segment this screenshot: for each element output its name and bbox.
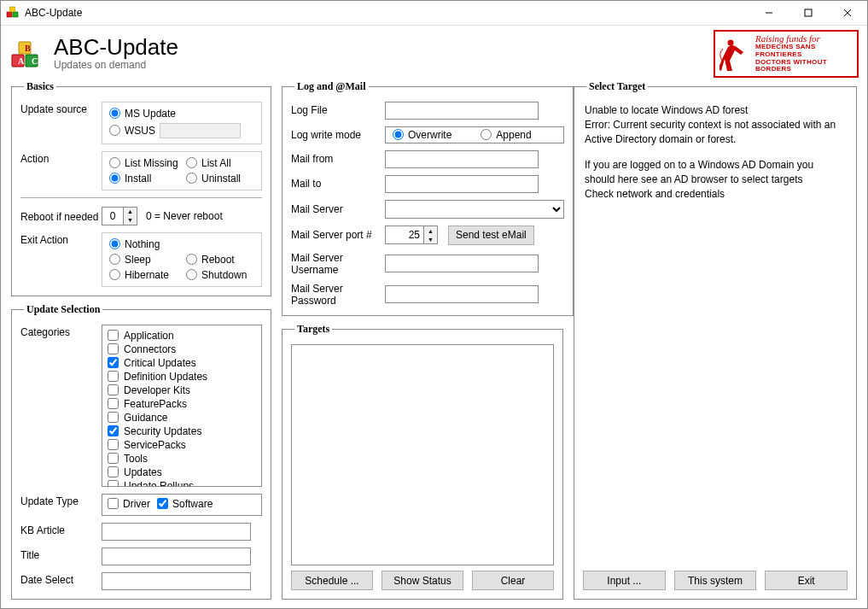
action-label: Action [20, 151, 102, 165]
radio-exit-hibernate[interactable]: Hibernate [109, 269, 179, 281]
logfile-input[interactable] [385, 102, 539, 120]
select-target-fieldset: Select Target Unable to locate Windows A… [574, 80, 857, 600]
date-label: Date Select [20, 572, 102, 586]
window-title: ABC-Update [25, 7, 749, 19]
logfile-label: Log File [291, 104, 385, 116]
this-system-button[interactable]: This system [674, 571, 757, 590]
mail-port-input[interactable] [386, 226, 423, 243]
minimize-button[interactable] [749, 1, 789, 25]
basics-legend: Basics [24, 80, 56, 93]
divider [20, 197, 262, 198]
input-button[interactable]: Input ... [583, 571, 666, 590]
radio-exit-reboot[interactable]: Reboot [186, 254, 256, 266]
category-item[interactable]: Connectors [108, 343, 249, 356]
radio-uninstall[interactable]: Uninstall [186, 173, 252, 184]
targets-fieldset: Targets Schedule ... Show Status Clear [282, 323, 563, 600]
category-item[interactable]: FeaturePacks [108, 397, 249, 411]
header: A B C ABC-Update Updates on demand Raisi… [1, 26, 867, 80]
select-target-p2: If you are logged on to a Windows AD Dom… [585, 158, 846, 202]
reboot-input[interactable] [102, 208, 123, 225]
svg-rect-4 [805, 9, 812, 16]
radio-exit-sleep[interactable]: Sleep [109, 254, 179, 266]
maximize-button[interactable] [789, 1, 828, 25]
clear-button[interactable]: Clear [472, 571, 554, 590]
write-mode-label: Log write mode [291, 129, 385, 141]
spin-down-icon[interactable]: ▼ [424, 235, 437, 243]
exit-button[interactable]: Exit [765, 571, 848, 590]
spin-up-icon[interactable]: ▲ [424, 226, 437, 235]
radio-exit-shutdown[interactable]: Shutdown [186, 269, 256, 281]
mail-from-input[interactable] [385, 150, 539, 168]
mail-server-select[interactable] [385, 200, 564, 219]
update-type-label: Update Type [20, 494, 102, 507]
category-item[interactable]: Tools [108, 452, 249, 466]
radio-list-all[interactable]: List All [186, 157, 252, 169]
title-label: Title [20, 548, 102, 561]
category-item[interactable]: ServicePacks [108, 438, 249, 452]
send-test-button[interactable]: Send test eMail [448, 225, 534, 245]
svg-point-13 [728, 39, 734, 45]
targets-legend: Targets [294, 323, 332, 336]
app-icon [6, 6, 20, 20]
category-item[interactable]: Updates [108, 466, 249, 479]
category-item[interactable]: Update Rollups [108, 479, 249, 487]
mail-pass-input[interactable] [385, 285, 539, 303]
exit-action-label: Exit Action [20, 232, 102, 246]
title-input[interactable] [102, 548, 251, 565]
msf-banner[interactable]: Raising funds for MEDECINS SANS FRONTIER… [714, 30, 859, 78]
category-item[interactable]: Definition Updates [108, 370, 249, 384]
spin-down-icon[interactable]: ▼ [124, 216, 137, 225]
radio-list-missing[interactable]: List Missing [109, 157, 179, 169]
mail-to-label: Mail to [291, 178, 385, 190]
mail-pass-label: Mail Server Password [291, 283, 385, 307]
date-input[interactable] [102, 572, 251, 590]
kb-input[interactable] [102, 523, 251, 541]
svg-rect-2 [10, 7, 15, 12]
targets-list[interactable] [291, 344, 554, 566]
radio-overwrite[interactable]: Overwrite [393, 129, 451, 141]
close-button[interactable] [828, 1, 867, 25]
radio-exit-nothing[interactable]: Nothing [109, 238, 256, 250]
category-item[interactable]: Developer Kits [108, 384, 249, 397]
kb-label: KB Article [20, 523, 102, 536]
category-item[interactable]: Security Updates [108, 425, 249, 438]
reboot-spinner[interactable]: ▲▼ [102, 207, 137, 225]
categories-label: Categories [20, 325, 102, 338]
wsus-server-input[interactable] [160, 123, 241, 138]
mail-port-spinner[interactable]: ▲▼ [385, 225, 438, 244]
radio-append[interactable]: Append [481, 129, 531, 141]
app-title: ABC-Update [54, 36, 178, 58]
mail-to-input[interactable] [385, 175, 539, 193]
mail-from-label: Mail from [291, 153, 385, 165]
radio-wsus[interactable]: WSUS [109, 123, 248, 138]
category-item[interactable]: Application [108, 329, 249, 343]
mail-user-label: Mail Server Username [291, 252, 385, 276]
app-subtitle: Updates on demand [54, 59, 178, 71]
spin-up-icon[interactable]: ▲ [124, 208, 137, 216]
svg-text:C: C [32, 56, 38, 66]
log-mail-legend: Log and @Mail [294, 80, 369, 93]
category-item[interactable]: Guidance [108, 411, 249, 425]
schedule-button[interactable]: Schedule ... [291, 571, 373, 590]
type-item[interactable]: Software [157, 498, 213, 510]
svg-rect-0 [7, 12, 12, 17]
categories-list[interactable]: ApplicationConnectorsCritical UpdatesDef… [102, 325, 262, 487]
select-target-p1: Unable to locate Windows AD forest Error… [585, 103, 846, 148]
category-item[interactable]: Critical Updates [108, 356, 249, 370]
radio-ms-update[interactable]: MS Update [109, 108, 248, 120]
update-selection-fieldset: Update Selection Categories ApplicationC… [11, 303, 271, 600]
select-target-text: Unable to locate Windows AD forest Error… [583, 102, 848, 214]
logo-icon: A B C [9, 38, 42, 70]
titlebar: ABC-Update [1, 1, 867, 26]
type-item[interactable]: Driver [108, 498, 150, 510]
radio-install[interactable]: Install [109, 173, 179, 184]
msf-icon [719, 35, 750, 73]
select-target-legend: Select Target [586, 80, 648, 93]
mail-user-input[interactable] [385, 255, 539, 272]
log-mail-fieldset: Log and @Mail Log File Log write mode Ov… [282, 80, 574, 316]
show-status-button[interactable]: Show Status [382, 571, 463, 590]
type-list[interactable]: DriverSoftware [102, 494, 262, 517]
svg-text:B: B [25, 44, 31, 53]
msf-line3: DOCTORS WITHOUT BORDERS [755, 59, 853, 74]
msf-line2: MEDECINS SANS FRONTIERES [755, 44, 853, 59]
